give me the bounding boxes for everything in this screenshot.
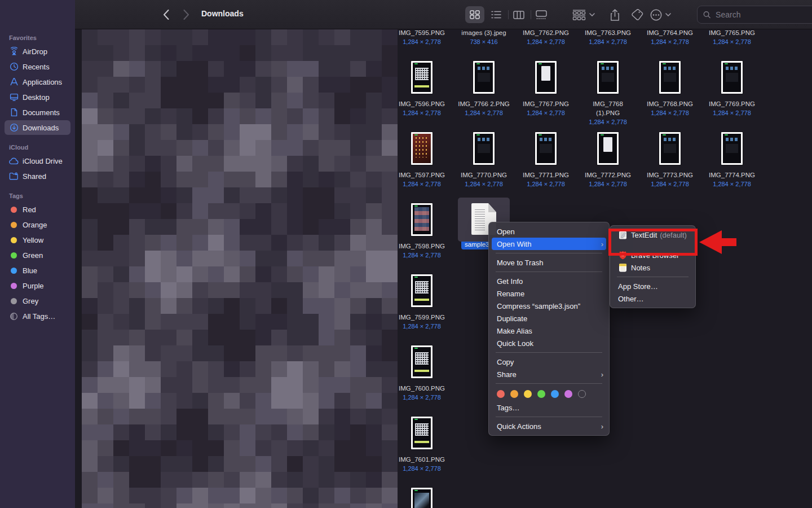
sidebar-item-yellow[interactable]: Yellow <box>5 233 70 247</box>
file-thumbnail <box>411 61 433 94</box>
menu-item-move-to-trash[interactable]: Move to Trash <box>489 256 609 269</box>
file-item[interactable]: IMG_7770.PNG1,284 × 2,778 <box>457 132 511 189</box>
sidebar-item-icloud-drive[interactable]: iCloud Drive <box>5 154 70 168</box>
grid-view-button[interactable] <box>465 6 484 23</box>
sidebar-section-header: iCloud <box>0 141 75 153</box>
sidebar: FavoritesAirDropRecentsApplicationsDeskt… <box>0 0 75 508</box>
file-dimensions: 1,284 × 2,778 <box>643 37 697 46</box>
menu-item-open[interactable]: Open <box>489 225 609 238</box>
tag-color-dot[interactable] <box>497 390 505 398</box>
thumbnail-image <box>599 134 617 163</box>
menu-item-compress-sample3-json[interactable]: Compress “sample3.json” <box>489 300 609 312</box>
file-item[interactable]: IMG_7601.PNG1,284 × 2,778 <box>395 417 449 473</box>
file-item[interactable]: IMG_7768(1).PNG1,284 × 2,778 <box>581 61 635 126</box>
sidebar-item-shared[interactable]: Shared <box>5 169 70 183</box>
file-item[interactable]: IMG_7769.PNG1,284 × 2,778 <box>705 61 759 117</box>
menu-item-tags[interactable]: Tags… <box>489 401 609 414</box>
file-item[interactable]: IMG_7772.PNG1,284 × 2,778 <box>581 132 635 189</box>
submenu-item-app-store[interactable]: App Store… <box>610 280 695 292</box>
context-menu: OpenOpen With›Move to TrashGet InfoRenam… <box>488 222 610 436</box>
menu-item-duplicate[interactable]: Duplicate <box>489 312 609 325</box>
tag-color-dot[interactable] <box>537 390 545 398</box>
back-button[interactable] <box>158 6 173 23</box>
menu-item-label: Share <box>497 370 594 379</box>
sidebar-item-blue[interactable]: Blue <box>5 263 70 278</box>
file-name: IMG_7762.PNG <box>519 29 573 37</box>
file-dimensions: 1,284 × 2,778 <box>519 179 573 189</box>
sidebar-item-grey[interactable]: Grey <box>5 294 70 308</box>
file-item[interactable]: IMG_7771.PNG1,284 × 2,778 <box>519 132 573 189</box>
menu-item-copy[interactable]: Copy <box>489 356 609 368</box>
file-item[interactable]: IMG_7595.PNG1,284 × 2,778 <box>395 29 449 46</box>
gallery-view-button[interactable] <box>532 6 551 23</box>
thumbnail-image <box>413 134 431 163</box>
share-button[interactable] <box>605 6 624 23</box>
file-dimensions: 1,284 × 2,778 <box>395 322 449 331</box>
file-item[interactable]: IMG_7764.PNG1,284 × 2,778 <box>643 29 697 46</box>
sidebar-item-all-tags[interactable]: All Tags… <box>5 309 70 323</box>
search-input[interactable] <box>714 10 812 20</box>
more-actions-button[interactable] <box>650 6 671 23</box>
file-item[interactable]: IMG_7599.PNG1,284 × 2,778 <box>395 274 449 331</box>
sidebar-item-label: Orange <box>23 221 47 229</box>
file-item[interactable] <box>395 488 449 508</box>
columns-view-button[interactable] <box>509 6 528 23</box>
menu-item-quick-look[interactable]: Quick Look <box>489 337 609 349</box>
file-item[interactable]: IMG_7774.PNG1,284 × 2,778 <box>705 132 759 189</box>
file-thumbnail <box>473 132 495 165</box>
menu-item-quick-actions[interactable]: Quick Actions› <box>489 420 609 432</box>
thumbnail-detail <box>414 299 429 301</box>
file-item[interactable]: IMG_7597.PNG1,284 × 2,778 <box>395 132 449 189</box>
thumbnail-detail <box>726 73 738 82</box>
sidebar-item-label: Red <box>23 205 36 214</box>
document-icon <box>9 108 19 117</box>
sidebar-item-documents[interactable]: Documents <box>5 105 70 120</box>
group-by-button[interactable] <box>572 6 595 23</box>
sidebar-item-red[interactable]: Red <box>5 202 70 217</box>
file-item[interactable]: IMG_7768.PNG1,284 × 2,778 <box>643 61 697 117</box>
file-item[interactable]: IMG_7767.PNG1,284 × 2,778 <box>519 61 573 117</box>
file-item[interactable]: IMG_7763.PNG1,284 × 2,778 <box>581 29 635 46</box>
sidebar-item-green[interactable]: Green <box>5 248 70 262</box>
tag-color-dot[interactable] <box>510 390 518 398</box>
tag-color-dot[interactable] <box>524 390 532 398</box>
desktop-icon <box>9 93 19 102</box>
file-item[interactable]: IMG_7600.PNG1,284 × 2,778 <box>395 345 449 402</box>
sidebar-item-purple[interactable]: Purple <box>5 278 70 293</box>
thumbnail-detail <box>414 441 429 443</box>
menu-item-rename[interactable]: Rename <box>489 287 609 300</box>
sidebar-item-applications[interactable]: Applications <box>5 75 70 89</box>
menu-item-share[interactable]: Share› <box>489 368 609 380</box>
file-item[interactable]: IMG_7596.PNG1,284 × 2,778 <box>395 61 449 117</box>
sidebar-item-orange[interactable]: Orange <box>5 217 70 232</box>
file-item[interactable]: IMG_7598.PNG1,284 × 2,778 <box>395 203 449 260</box>
file-item[interactable]: IMG_7762.PNG1,284 × 2,778 <box>519 29 573 46</box>
sidebar-item-recents[interactable]: Recents <box>5 59 70 74</box>
file-item[interactable]: images (3).jpeg738 × 416 <box>457 29 511 46</box>
tag-color-dot[interactable] <box>564 390 572 398</box>
menu-item-make-alias[interactable]: Make Alias <box>489 325 609 337</box>
sidebar-item-desktop[interactable]: Desktop <box>5 90 70 104</box>
menu-item-open-with[interactable]: Open With› <box>492 238 606 250</box>
submenu-item-notes[interactable]: Notes <box>610 261 695 274</box>
file-item[interactable]: IMG_7773.PNG1,284 × 2,778 <box>643 132 697 189</box>
tags-button[interactable] <box>628 6 647 23</box>
tag-color-icon <box>11 268 17 274</box>
sidebar-item-downloads[interactable]: Downloads <box>5 120 70 135</box>
submenu-item-other[interactable]: Other… <box>610 292 695 305</box>
menu-item-get-info[interactable]: Get Info <box>489 275 609 287</box>
thumbnail-image <box>723 134 741 163</box>
file-dimensions: 1,284 × 2,778 <box>643 179 697 189</box>
thumbnail-detail <box>414 136 429 157</box>
list-view-button[interactable] <box>487 6 506 23</box>
search-field[interactable] <box>697 6 812 24</box>
tag-none-dot[interactable] <box>578 390 586 398</box>
file-item[interactable]: IMG_7766 2.PNG1,284 × 2,778 <box>457 61 511 117</box>
tag-color-dot[interactable] <box>551 390 559 398</box>
submenu-chevron-icon: › <box>601 370 603 379</box>
thumbnail-image <box>537 134 555 163</box>
file-item[interactable]: IMG_7765.PNG1,284 × 2,778 <box>705 29 759 46</box>
file-name: IMG_7771.PNG <box>519 170 573 179</box>
forward-button[interactable] <box>179 6 193 23</box>
sidebar-item-airdrop[interactable]: AirDrop <box>5 44 70 59</box>
